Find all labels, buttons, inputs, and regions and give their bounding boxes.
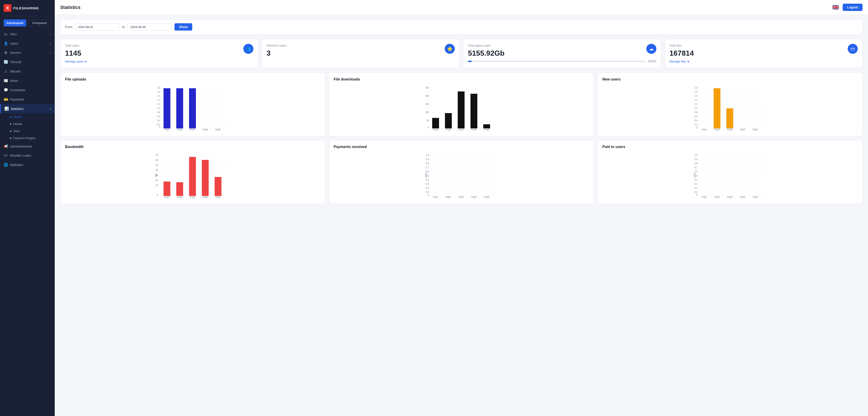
svg-text:Aug3: Aug3: [727, 196, 733, 198]
svg-text:0,8: 0,8: [426, 162, 429, 165]
svg-text:Aug1: Aug1: [702, 128, 707, 131]
svg-text:0,2: 0,2: [426, 187, 429, 189]
charts-bottom-row: Bandwidth 70 60 50 40 30 20 10 0 Mb: [60, 140, 863, 204]
svg-text:0: 0: [159, 126, 160, 129]
stat-card-title: Total users: [65, 44, 253, 47]
svg-text:0: 0: [157, 194, 158, 196]
chart-title: Bandwidth: [65, 145, 320, 149]
svg-rect-46: [483, 124, 490, 128]
chart-title: Paid to users: [602, 145, 858, 149]
sidebar-item-advertisements[interactable]: 📢 Advertisements: [0, 141, 55, 151]
sidebar-item-users[interactable]: 👤 Users ›: [0, 39, 55, 48]
svg-rect-43: [445, 113, 452, 128]
sidebar-subitem-payment-plugins[interactable]: Payment Plugins: [10, 134, 55, 141]
svg-rect-100: [189, 157, 196, 196]
stat-card-icon: ☁: [646, 44, 656, 54]
statistics-icon: 📊: [4, 106, 8, 111]
chart-svg: 70 60 50 40 30 20 10 0 Mb: [65, 153, 320, 198]
from-date-input[interactable]: [75, 24, 120, 31]
chart-wrap: 1,0 0,9 0,8 0,7 0,6 0,5 0,4 0,3 0,2 0,1 …: [602, 153, 858, 199]
sidebar-item-payments[interactable]: 💳 Payments: [0, 95, 55, 104]
chart-svg: 2,0 1,8 1,6 1,4 1,2 1,0 0,8 0,6 0,4 0,2 …: [65, 85, 320, 131]
chart-title: File downloads: [334, 77, 589, 82]
sidebar: X FILESHARING Adminpanel Userpanel 🗂 Fil…: [0, 0, 55, 416]
svg-text:1,0: 1,0: [694, 107, 698, 109]
sidebar-item-abuses[interactable]: ⚠ Abuses: [0, 67, 55, 76]
statistics-submenu: Charts Details Sites Payment Plugins: [0, 114, 55, 141]
sidebar-item-files[interactable]: 🗂 Files ›: [0, 30, 55, 39]
chevron-icon: ›: [50, 107, 51, 110]
sidebar-item-websites[interactable]: 🌐 Websites: [0, 160, 55, 169]
svg-text:USD: USD: [693, 173, 696, 178]
svg-text:Aug3: Aug3: [190, 128, 195, 131]
sidebar-subitem-sites[interactable]: Sites: [10, 127, 55, 134]
svg-rect-23: [176, 88, 183, 128]
svg-text:2,0: 2,0: [694, 87, 698, 89]
subitem-label: Charts: [13, 115, 22, 119]
news-icon: 📰: [4, 78, 8, 83]
to-date-input[interactable]: [127, 24, 172, 31]
chevron-icon: ›: [50, 51, 51, 55]
adminpanel-button[interactable]: Adminpanel: [4, 20, 26, 27]
stat-card-title: Premium users: [267, 44, 455, 47]
sidebar-item-statistics[interactable]: 📊 Statistics ›: [0, 104, 55, 114]
svg-rect-44: [458, 92, 465, 128]
sidebar-item-label: Advertisements: [10, 145, 32, 148]
sidebar-item-label: News: [10, 79, 18, 83]
svg-text:250: 250: [425, 87, 429, 89]
svg-text:Aug3: Aug3: [458, 128, 464, 131]
chart-paid-to-users: Paid to users 1,0 0,9 0,8 0,7 0,6 0,5 0,…: [597, 140, 863, 204]
stat-card-value: 3: [267, 49, 455, 58]
sidebar-item-label: Payments: [10, 98, 24, 101]
manage-files-link[interactable]: Manage files ➤: [670, 60, 858, 63]
svg-text:20: 20: [156, 179, 158, 182]
logo: X FILESHARING: [0, 0, 55, 16]
svg-text:0,1: 0,1: [426, 191, 429, 193]
users-icon: 👤: [4, 41, 8, 45]
main-content: Statistics 🇬🇧 Logout From to Show Total …: [55, 0, 868, 416]
svg-text:Aug5: Aug5: [753, 196, 758, 198]
sub-dot-icon: [10, 123, 11, 125]
sidebar-subitem-details[interactable]: Details: [10, 121, 55, 127]
svg-rect-24: [189, 88, 196, 128]
sidebar-item-news[interactable]: 📰 News: [0, 76, 55, 85]
files-icon: 🗂: [4, 32, 8, 36]
sidebar-item-reseller-codes[interactable]: 🏷 Reseller codes: [0, 151, 55, 160]
stat-cards: Total users 1145 Manage users ➤ 👥 Premiu…: [60, 39, 863, 68]
svg-text:0: 0: [428, 126, 429, 129]
userpanel-button[interactable]: Userpanel: [28, 20, 51, 27]
svg-text:Aug5: Aug5: [753, 128, 758, 131]
sub-dot-icon: [10, 116, 11, 118]
sidebar-item-label: Websites: [10, 163, 23, 167]
from-label: From: [65, 25, 72, 29]
show-button[interactable]: Show: [175, 23, 192, 31]
svg-rect-101: [202, 160, 209, 196]
svg-text:Aug2: Aug2: [177, 196, 182, 198]
sidebar-subitem-charts[interactable]: Charts: [10, 114, 55, 121]
flag-icon[interactable]: 🇬🇧: [832, 4, 839, 10]
topbar-right: 🇬🇧 Logout: [832, 4, 863, 11]
chart-file-uploads: File uploads 2,0 1,8 1,6 1,4 1,2 1,0 0,8…: [60, 72, 325, 136]
svg-text:0,4: 0,4: [157, 119, 160, 122]
sidebar-item-servers[interactable]: 🖥 Servers ›: [0, 48, 55, 57]
svg-text:0,3: 0,3: [694, 183, 698, 185]
sidebar-item-label: Abuses: [10, 70, 21, 73]
chevron-icon: ›: [50, 32, 51, 36]
svg-text:0,6: 0,6: [694, 170, 698, 173]
manage-users-link[interactable]: Manage users ➤: [65, 60, 253, 63]
stat-card-value: 5155.92Gb: [468, 49, 656, 58]
stat-card-total-space: Total space used 5155.92Gb 200Gb ☁: [463, 39, 661, 68]
svg-rect-74: [714, 88, 720, 128]
sidebar-item-comments[interactable]: 💬 Comments: [0, 85, 55, 95]
sidebar-item-label: Files: [10, 32, 17, 36]
chart-title: File uploads: [65, 77, 320, 82]
logout-button[interactable]: Logout: [843, 4, 863, 11]
advertisements-icon: 📢: [4, 144, 8, 149]
svg-text:Aug4: Aug4: [471, 196, 477, 198]
stat-card-total-users: Total users 1145 Manage users ➤ 👥: [60, 39, 258, 68]
sidebar-item-torrents[interactable]: 🔄 Torrents: [0, 57, 55, 67]
svg-text:1,4: 1,4: [694, 99, 698, 101]
logo-text: FILESHARING: [13, 6, 39, 10]
svg-rect-42: [432, 118, 439, 128]
sidebar-item-label: Reseller codes: [10, 154, 31, 157]
